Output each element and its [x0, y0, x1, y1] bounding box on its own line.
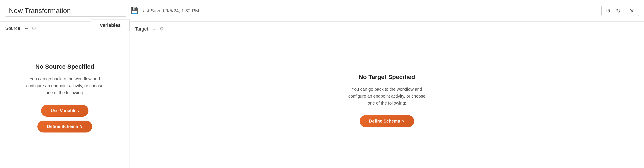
- left-panel: Source: -- ⚙ Variables No Source Specifi…: [0, 22, 130, 168]
- left-panel-body: No Source Specified You can go back to t…: [0, 31, 130, 168]
- tab-variables[interactable]: Variables: [91, 19, 130, 31]
- actions-divider: [625, 8, 625, 14]
- right-panel-header: Target: -- ⚙: [130, 22, 644, 36]
- save-info: 💾 Last Saved 9/5/24, 1:32 PM: [130, 7, 597, 14]
- define-schema-target-label: Define Schema: [369, 119, 400, 124]
- target-empty-desc: You can go back to the workflow and conf…: [346, 86, 428, 106]
- undo-button[interactable]: ↺: [604, 7, 612, 15]
- source-empty-title: No Source Specified: [35, 63, 94, 70]
- target-value: --: [152, 26, 156, 32]
- define-schema-target-button[interactable]: Define Schema ∨: [360, 115, 414, 127]
- main-area: Source: -- ⚙ Variables No Source Specifi…: [0, 22, 644, 168]
- tab-strip: Variables: [91, 22, 130, 31]
- use-variables-button[interactable]: Use Variables: [41, 105, 88, 117]
- save-timestamp: Last Saved 9/5/24, 1:32 PM: [140, 8, 199, 14]
- target-gear-icon[interactable]: ⚙: [160, 26, 164, 32]
- right-panel-body: No Target Specified You can go back to t…: [130, 36, 644, 168]
- source-value: --: [25, 26, 28, 31]
- source-label-text: Source:: [5, 26, 22, 31]
- save-icon: 💾: [130, 7, 138, 14]
- define-schema-target-chevron: ∨: [402, 119, 404, 123]
- source-label: Source: --: [5, 26, 28, 31]
- use-variables-label: Use Variables: [50, 108, 79, 113]
- top-bar: 💾 Last Saved 9/5/24, 1:32 PM ↺ ↻ ✕: [0, 0, 644, 22]
- source-gear-icon[interactable]: ⚙: [32, 26, 36, 31]
- target-label-text: Target: --: [135, 26, 156, 32]
- define-schema-source-label: Define Schema: [47, 124, 78, 129]
- target-label-bind: Target:: [135, 26, 150, 32]
- source-empty-desc: You can go back to the workflow and conf…: [24, 75, 106, 96]
- top-actions-group: ↺ ↻ ✕: [602, 6, 639, 16]
- right-panel: Target: -- ⚙ No Target Specified You can…: [130, 22, 644, 168]
- close-button[interactable]: ✕: [628, 7, 636, 15]
- transformation-title-input[interactable]: [5, 5, 126, 17]
- left-panel-header: Source: -- ⚙ Variables: [0, 22, 130, 31]
- target-empty-title: No Target Specified: [359, 74, 415, 81]
- define-schema-source-chevron: ∨: [80, 124, 82, 129]
- redo-button[interactable]: ↻: [614, 7, 622, 15]
- define-schema-source-button[interactable]: Define Schema ∨: [38, 121, 92, 132]
